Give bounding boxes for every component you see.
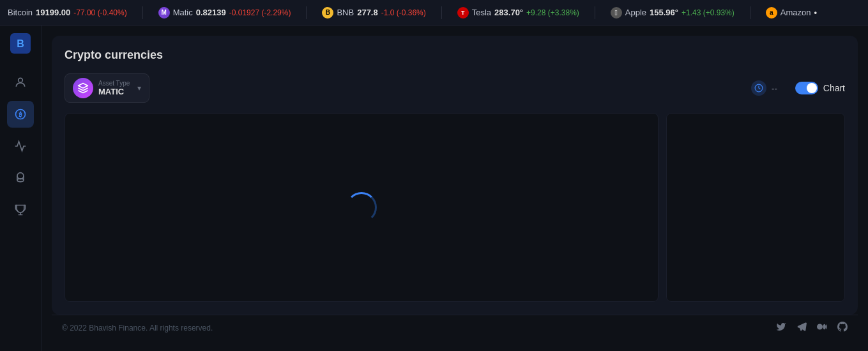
asset-type-label: Asset Type: [98, 80, 130, 87]
ticker-apple-change: +1.43 (+0.93%): [681, 8, 735, 17]
ticker-tesla-change: +9.28 (+3.38%): [526, 8, 579, 17]
loading-spinner: [346, 192, 377, 223]
matic-asset-icon: [73, 78, 93, 98]
ticker-tesla-price: 283.70°: [494, 8, 523, 17]
ticker-divider-5: [750, 6, 750, 19]
sidebar-item-crypto[interactable]: ₿: [7, 101, 34, 128]
chart-toggle-switch[interactable]: [795, 82, 818, 94]
sidebar-logo: B: [10, 33, 31, 54]
sidebar-item-coins[interactable]: [7, 165, 34, 191]
amazon-icon: a: [766, 7, 777, 19]
ticker-divider-1: [142, 6, 143, 19]
svg-text:₿: ₿: [19, 111, 22, 118]
ticker-bitcoin-change: -77.00 (-0.40%): [73, 8, 126, 17]
ticker-tesla-name: Tesla: [472, 8, 491, 17]
tesla-icon: T: [457, 7, 469, 19]
chart-area: [65, 113, 845, 302]
ticker-item-bnb[interactable]: B BNB 277.8 -1.0 (-0.36%): [322, 7, 425, 19]
ticker-bar: Bitcoin 19199.00 -77.00 (-0.40%) M Matic…: [0, 0, 868, 26]
content-area: Crypto currencies Asset Type MATIC ▾: [42, 26, 868, 351]
ticker-divider-3: [441, 6, 442, 19]
ticker-bitcoin-price: 19199.00: [36, 8, 70, 17]
ticker-bnb-price: 277.8: [357, 8, 378, 17]
time-icon: [751, 80, 766, 96]
footer: © 2022 Bhavish Finance. All rights reser…: [52, 315, 858, 341]
chart-toggle-label: Chart: [823, 83, 845, 93]
ticker-item-matic[interactable]: M Matic 0.82139 -0.01927 (-2.29%): [158, 7, 291, 19]
svg-point-6: [17, 179, 24, 182]
bnb-icon: B: [322, 7, 333, 19]
ticker-amazon-price: •: [814, 8, 817, 17]
ticker-bnb-name: BNB: [337, 8, 354, 17]
svg-text:B: B: [17, 38, 24, 49]
sidebar: B ₿: [0, 26, 42, 351]
ticker-divider-2: [306, 6, 307, 19]
ticker-item-tesla[interactable]: T Tesla 283.70° +9.28 (+3.38%): [457, 7, 579, 19]
asset-type-selector[interactable]: Asset Type MATIC ▾: [65, 73, 149, 103]
side-panel: [666, 113, 845, 302]
matic-icon: M: [158, 7, 170, 19]
twitter-icon[interactable]: [776, 322, 786, 334]
page-title: Crypto currencies: [65, 49, 845, 62]
ticker-matic-change: -0.01927 (-2.29%): [229, 8, 291, 17]
ticker-matic-price: 0.82139: [196, 8, 226, 17]
ticker-divider-4: [595, 6, 595, 19]
controls-row: Asset Type MATIC ▾ --: [65, 73, 845, 103]
asset-type-value: MATIC: [98, 87, 130, 96]
telegram-icon[interactable]: [796, 322, 807, 334]
asset-selector-chevron-icon: ▾: [137, 84, 141, 93]
apple-icon: : [611, 7, 622, 19]
sidebar-item-user[interactable]: [7, 69, 34, 96]
ticker-item-bitcoin[interactable]: Bitcoin 19199.00 -77.00 (-0.40%): [8, 8, 127, 17]
page-card: Crypto currencies Asset Type MATIC ▾: [52, 36, 858, 315]
github-icon[interactable]: [837, 322, 848, 334]
footer-social-links: [776, 322, 848, 334]
ticker-item-apple[interactable]:  Apple 155.96° +1.43 (+0.93%): [611, 7, 735, 19]
chart-toggle[interactable]: Chart: [795, 82, 845, 94]
medium-icon[interactable]: [817, 322, 827, 334]
ticker-matic-name: Matic: [173, 8, 193, 17]
main-layout: B ₿: [0, 26, 868, 351]
toggle-knob: [807, 83, 817, 93]
asset-selector-text: Asset Type MATIC: [98, 80, 130, 96]
time-selector[interactable]: --: [751, 80, 777, 96]
logo-icon: B: [10, 33, 31, 54]
main-chart: [65, 113, 659, 302]
ticker-apple-name: Apple: [625, 8, 646, 17]
ticker-apple-price: 155.96°: [650, 8, 678, 17]
ticker-bitcoin-name: Bitcoin: [8, 8, 33, 17]
time-label: --: [772, 84, 777, 93]
sidebar-item-trophy[interactable]: [7, 197, 34, 223]
svg-point-2: [19, 78, 23, 82]
sidebar-item-chart[interactable]: [7, 133, 34, 160]
ticker-item-amazon[interactable]: a Amazon •: [766, 7, 817, 19]
footer-copyright: © 2022 Bhavish Finance. All rights reser…: [62, 324, 213, 332]
ticker-bnb-change: -1.0 (-0.36%): [381, 8, 426, 17]
ticker-amazon-name: Amazon: [780, 8, 811, 17]
